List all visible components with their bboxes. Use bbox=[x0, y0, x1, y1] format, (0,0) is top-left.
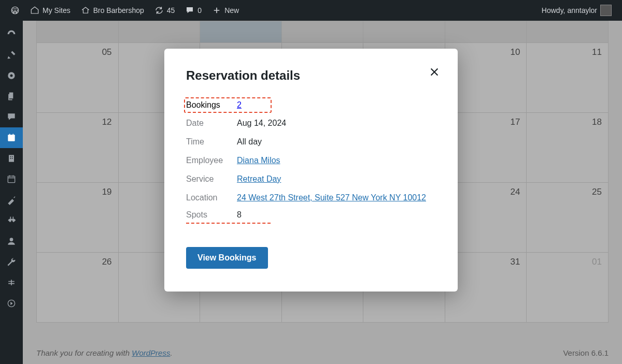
comments-count: 0 bbox=[197, 6, 202, 14]
nav-media[interactable] bbox=[0, 65, 23, 86]
svg-rect-5 bbox=[9, 155, 14, 162]
nav-collapse[interactable] bbox=[0, 293, 23, 314]
svg-rect-6 bbox=[10, 156, 11, 157]
employee-link[interactable]: Diana Milos bbox=[237, 156, 280, 165]
service-label: Service bbox=[186, 174, 237, 184]
nav-comments[interactable] bbox=[0, 107, 23, 127]
reservation-details-modal: Reservation details Bookings 2 Date Aug … bbox=[164, 49, 458, 292]
svg-point-11 bbox=[10, 238, 13, 241]
location-label: Location bbox=[186, 193, 237, 202]
updates[interactable]: 45 bbox=[149, 0, 180, 21]
svg-rect-10 bbox=[8, 176, 15, 183]
my-sites-label: My Sites bbox=[43, 6, 70, 14]
greeting-text: Howdy, anntaylor bbox=[542, 6, 597, 14]
nav-dashboard[interactable] bbox=[0, 24, 23, 45]
nav-plugins[interactable] bbox=[0, 210, 23, 231]
nav-calendar2[interactable] bbox=[0, 169, 23, 190]
close-button[interactable] bbox=[428, 65, 441, 79]
time-label: Time bbox=[186, 137, 237, 147]
bookings-label: Bookings bbox=[186, 100, 237, 110]
modal-title: Reservation details bbox=[186, 68, 436, 83]
nav-calendar-active[interactable] bbox=[0, 127, 23, 148]
user-greeting[interactable]: Howdy, anntaylor bbox=[536, 0, 617, 21]
svg-rect-7 bbox=[12, 156, 13, 157]
location-link[interactable]: 24 West 27th Street, Suite 527 New York … bbox=[237, 193, 426, 202]
nav-tools[interactable] bbox=[0, 252, 23, 272]
time-value: All day bbox=[237, 137, 262, 147]
spots-value: 8 bbox=[237, 210, 271, 220]
wp-logo[interactable] bbox=[5, 0, 25, 21]
svg-rect-8 bbox=[10, 158, 11, 159]
view-bookings-button[interactable]: View Bookings bbox=[186, 247, 268, 269]
svg-point-2 bbox=[10, 75, 13, 77]
nav-settings[interactable] bbox=[0, 272, 23, 293]
nav-posts[interactable] bbox=[0, 45, 23, 65]
svg-rect-4 bbox=[8, 135, 15, 136]
spots-label: Spots bbox=[186, 210, 237, 220]
new-content[interactable]: New bbox=[207, 0, 244, 21]
site-name-label: Bro Barbershop bbox=[93, 6, 144, 14]
admin-sidebar bbox=[0, 21, 23, 364]
date-label: Date bbox=[186, 119, 237, 128]
date-value: Aug 14, 2024 bbox=[237, 119, 286, 128]
nav-building[interactable] bbox=[0, 148, 23, 169]
site-name[interactable]: Bro Barbershop bbox=[76, 0, 149, 21]
admin-bar: My Sites Bro Barbershop 45 0 New Howdy, … bbox=[0, 0, 622, 21]
nav-pages[interactable] bbox=[0, 86, 23, 107]
my-sites[interactable]: My Sites bbox=[25, 0, 76, 21]
nav-appearance[interactable] bbox=[0, 190, 23, 210]
new-label: New bbox=[224, 6, 239, 14]
employee-label: Employee bbox=[186, 156, 237, 165]
comments[interactable]: 0 bbox=[180, 0, 207, 21]
svg-rect-9 bbox=[12, 158, 13, 159]
service-link[interactable]: Retreat Day bbox=[237, 174, 281, 183]
avatar bbox=[600, 5, 612, 16]
highlight-bookings: Bookings 2 bbox=[184, 97, 272, 113]
bookings-value-link[interactable]: 2 bbox=[237, 100, 242, 110]
updates-count: 45 bbox=[167, 6, 175, 14]
nav-users[interactable] bbox=[0, 231, 23, 252]
